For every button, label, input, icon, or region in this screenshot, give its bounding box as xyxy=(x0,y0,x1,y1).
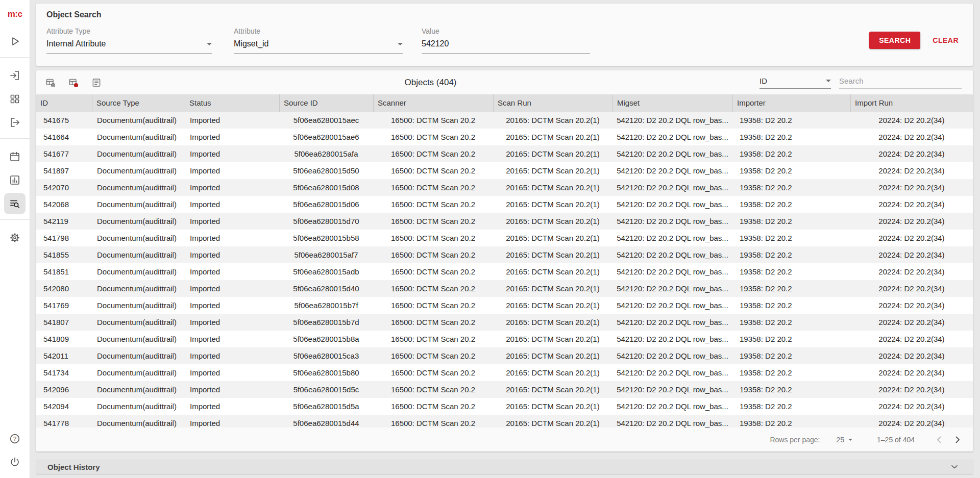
cell-import-run: 20224: D2 20.2(34) xyxy=(850,280,973,297)
cell-scan-run: 20165: DCTM Scan 20.2(1) xyxy=(493,415,612,427)
cell-scanner: 16500: DCTM Scan 20.2 xyxy=(373,314,493,331)
search-button[interactable]: SEARCH xyxy=(869,32,920,49)
table-row[interactable]: 541734 Documentum(audittrail) Imported 5… xyxy=(36,364,973,381)
calendar-icon xyxy=(9,150,21,163)
cell-source-type: Documentum(audittrail) xyxy=(92,129,185,145)
cell-id: 541855 xyxy=(36,246,92,263)
cell-migset: 542120: D2 20.2 DQL row_bas... xyxy=(612,112,732,129)
table-row[interactable]: 541855 Documentum(audittrail) Imported 5… xyxy=(36,246,973,263)
table-search-input[interactable] xyxy=(839,77,962,89)
cell-id: 541809 xyxy=(36,331,92,347)
object-history-panel[interactable]: Object History xyxy=(36,460,973,474)
sidebar-item-run[interactable] xyxy=(4,31,26,52)
sidebar-item-power[interactable] xyxy=(4,451,26,473)
attribute-value: Migset_id xyxy=(234,39,268,48)
table-row[interactable]: 542094 Documentum(audittrail) Imported 5… xyxy=(36,398,973,415)
cell-migset: 542120: D2 20.2 DQL row_bas... xyxy=(612,230,732,246)
table-row[interactable]: 541807 Documentum(audittrail) Imported 5… xyxy=(36,314,973,331)
cell-scan-run: 20165: DCTM Scan 20.2(1) xyxy=(493,381,612,398)
sidebar-item-dashboard[interactable] xyxy=(4,88,26,110)
table-row[interactable]: 542011 Documentum(audittrail) Imported 5… xyxy=(36,347,973,364)
rows-per-page-label: Rows per page: xyxy=(770,436,820,444)
table-row[interactable]: 541677 Documentum(audittrail) Imported 5… xyxy=(36,145,973,162)
cell-source-id: 5f06ea6280015d5c xyxy=(279,381,373,398)
sidebar-divider xyxy=(0,138,30,139)
table-row[interactable]: 542080 Documentum(audittrail) Imported 5… xyxy=(36,280,973,297)
table-row[interactable]: 542119 Documentum(audittrail) Imported 5… xyxy=(36,213,973,230)
sidebar-item-scheduler[interactable] xyxy=(4,146,26,167)
table-row[interactable]: 542096 Documentum(audittrail) Imported 5… xyxy=(36,381,973,398)
list-alt-icon[interactable] xyxy=(91,78,102,88)
table-row[interactable]: 541664 Documentum(audittrail) Imported 5… xyxy=(36,129,973,145)
cell-migset: 542120: D2 20.2 DQL row_bas... xyxy=(612,331,732,347)
object-history-title: Object History xyxy=(47,463,100,471)
chevron-down-icon[interactable] xyxy=(949,462,960,472)
app-root: m:c xyxy=(0,0,980,478)
table-row[interactable]: 541769 Documentum(audittrail) Imported 5… xyxy=(36,297,973,314)
table-row[interactable]: 541851 Documentum(audittrail) Imported 5… xyxy=(36,263,973,280)
cell-migset: 542120: D2 20.2 DQL row_bas... xyxy=(612,213,732,230)
rows-per-page-select[interactable]: 25 xyxy=(836,436,852,444)
column-header-scan-run[interactable]: Scan Run xyxy=(493,94,612,112)
cell-importer: 19358: D2 20.2 xyxy=(732,331,850,347)
cell-migset: 542120: D2 20.2 DQL row_bas... xyxy=(612,280,732,297)
cell-migset: 542120: D2 20.2 DQL row_bas... xyxy=(612,145,732,162)
cell-scan-run: 20165: DCTM Scan 20.2(1) xyxy=(493,263,612,280)
cell-source-type: Documentum(audittrail) xyxy=(92,230,185,246)
column-header-status[interactable]: Status xyxy=(185,94,279,112)
table-row[interactable]: 542070 Documentum(audittrail) Imported 5… xyxy=(36,179,973,196)
sidebar-item-object-search[interactable] xyxy=(4,193,26,214)
cell-source-type: Documentum(audittrail) xyxy=(92,415,185,427)
clear-button[interactable]: CLEAR xyxy=(933,36,959,44)
sidebar-item-export[interactable] xyxy=(4,112,26,133)
attribute-type-select[interactable]: Internal Attribute xyxy=(46,39,212,54)
cell-scan-run: 20165: DCTM Scan 20.2(1) xyxy=(493,213,612,230)
column-header-importer[interactable]: Importer xyxy=(732,94,850,112)
cell-importer: 19358: D2 20.2 xyxy=(732,196,850,213)
column-header-migset[interactable]: Migset xyxy=(612,94,732,112)
main-content: Object Search Attribute Type Internal At… xyxy=(30,0,980,478)
cell-scan-run: 20165: DCTM Scan 20.2(1) xyxy=(493,314,612,331)
chevron-left-icon xyxy=(933,434,945,446)
next-page-button[interactable] xyxy=(948,431,967,449)
table-row[interactable]: 541897 Documentum(audittrail) Imported 5… xyxy=(36,162,973,179)
cell-migset: 542120: D2 20.2 DQL row_bas... xyxy=(612,196,732,213)
play-icon xyxy=(9,35,21,47)
cell-importer: 19358: D2 20.2 xyxy=(732,280,850,297)
column-header-source-type[interactable]: Source Type xyxy=(92,94,185,112)
sidebar-item-help[interactable]: ? xyxy=(4,428,26,449)
cell-importer: 19358: D2 20.2 xyxy=(732,112,850,129)
table-row[interactable]: 542068 Documentum(audittrail) Imported 5… xyxy=(36,196,973,213)
column-header-scanner[interactable]: Scanner xyxy=(373,94,493,112)
cell-import-run: 20224: D2 20.2(34) xyxy=(850,347,973,364)
cell-source-id: 5f06ea6280015d5a xyxy=(279,398,373,415)
cell-source-type: Documentum(audittrail) xyxy=(92,246,185,263)
cell-status: Imported xyxy=(185,314,279,331)
table-plus-icon[interactable] xyxy=(45,78,56,88)
table-row[interactable]: 541778 Documentum(audittrail) Imported 5… xyxy=(36,415,973,427)
cell-source-type: Documentum(audittrail) xyxy=(92,280,185,297)
value-input[interactable] xyxy=(422,39,590,54)
cell-source-type: Documentum(audittrail) xyxy=(92,179,185,196)
attribute-select[interactable]: Migset_id xyxy=(234,39,403,54)
column-header-import-run[interactable]: Import Run xyxy=(850,94,973,112)
cell-source-type: Documentum(audittrail) xyxy=(92,145,185,162)
filter-column-select[interactable]: ID xyxy=(760,77,831,89)
cell-import-run: 20224: D2 20.2(34) xyxy=(850,331,973,347)
sidebar-item-reports[interactable] xyxy=(4,169,26,191)
cell-migset: 542120: D2 20.2 DQL row_bas... xyxy=(612,129,732,145)
table-tag-icon[interactable] xyxy=(68,78,79,88)
cell-source-id: 5f06ea6280015b58 xyxy=(279,230,373,246)
table-row[interactable]: 541809 Documentum(audittrail) Imported 5… xyxy=(36,331,973,347)
column-header-source-id[interactable]: Source ID xyxy=(279,94,373,112)
sidebar-item-import[interactable] xyxy=(4,65,26,86)
cell-id: 541798 xyxy=(36,230,92,246)
cell-source-id: 5f06ea6280015d40 xyxy=(279,280,373,297)
table-row[interactable]: 541675 Documentum(audittrail) Imported 5… xyxy=(36,112,973,129)
previous-page-button[interactable] xyxy=(930,431,948,449)
cell-scanner: 16500: DCTM Scan 20.2 xyxy=(373,179,493,196)
cell-scanner: 16500: DCTM Scan 20.2 xyxy=(373,398,493,415)
column-header-id[interactable]: ID xyxy=(36,94,92,112)
sidebar-item-settings[interactable] xyxy=(4,227,26,248)
table-row[interactable]: 541798 Documentum(audittrail) Imported 5… xyxy=(36,230,973,246)
